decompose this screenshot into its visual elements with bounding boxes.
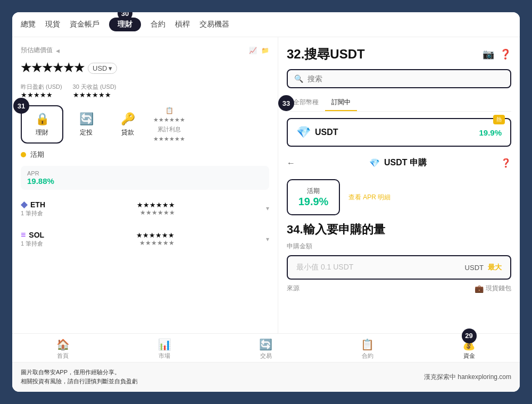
usdt-icon: 💎 bbox=[296, 125, 311, 139]
top-nav: 總覽 現貨 資金帳戶 理財 30 合約 槓桿 交易機器 bbox=[12, 12, 520, 37]
hot-badge: 熱 bbox=[493, 115, 505, 124]
flexible-box[interactable]: 活期 19.9% bbox=[287, 179, 340, 215]
nav-robot[interactable]: 交易機器 bbox=[200, 20, 229, 29]
wallet-row: 💼 現貨錢包 bbox=[475, 284, 511, 293]
apr-section: APR 19.88% bbox=[21, 166, 269, 190]
currency-badge[interactable]: USD ▾ bbox=[88, 63, 117, 74]
sol-chevron: ▾ bbox=[266, 235, 269, 243]
usdt-row[interactable]: 💎 USDT 19.9% 熱 bbox=[287, 118, 511, 147]
finance-label: 理財 bbox=[36, 128, 48, 137]
trade-nav-label: 交易 bbox=[260, 352, 272, 360]
step34-section: 34.輸入要申購的量 申購金額 最小值 0.1 USDT USDT 最大 來源 … bbox=[287, 222, 511, 293]
nav-wallet[interactable]: 資金帳戶 bbox=[70, 20, 99, 29]
eth-name: ◆ ETH bbox=[21, 199, 45, 209]
eth-icon: ◆ bbox=[21, 199, 27, 209]
loan-icon: 🔑 bbox=[121, 112, 135, 126]
trade-icon: 📋 bbox=[165, 107, 173, 114]
sol-stars2: ★★★★★★ bbox=[136, 239, 174, 247]
days30-val: ★★★★★★ bbox=[73, 91, 117, 99]
chart-icon[interactable]: 📈 bbox=[249, 47, 257, 54]
active-dot bbox=[21, 152, 26, 157]
market-label: 市場 bbox=[159, 352, 170, 360]
contract-nav-icon: 📋 bbox=[361, 338, 374, 351]
loan-btn[interactable]: 🔑 貸款 bbox=[109, 105, 146, 144]
eth-right: ★★★★★★ ★★★★★★ bbox=[137, 201, 175, 216]
subscribe-title: 💎 USDT 申購 bbox=[369, 157, 427, 169]
source-label: 來源 bbox=[287, 284, 300, 293]
right-icons: 📷 ❓ bbox=[483, 48, 511, 60]
subscribe-usdt-icon: 💎 bbox=[369, 158, 380, 168]
step-badge-33: 33 bbox=[278, 95, 294, 111]
amount-input-box[interactable]: 最小值 0.1 USDT USDT 最大 bbox=[287, 255, 511, 280]
regular-invest-btn[interactable]: 🔄 定投 bbox=[68, 105, 105, 144]
sol-name: ≡ SOL bbox=[21, 230, 44, 240]
bottom-nav-market[interactable]: 📊 市場 bbox=[158, 338, 171, 360]
footer-disclaimer: 圖片取自幣安APP，僅用作經驗分享。 相關投資有風險，請自行謹慎判斷並自負盈虧 … bbox=[12, 362, 520, 392]
back-arrow[interactable]: ← bbox=[287, 158, 295, 168]
bottom-nav-fund[interactable]: 29 💰 資金 bbox=[462, 338, 476, 360]
flexible-rate: 19.9% bbox=[298, 196, 329, 208]
question-icon[interactable]: ❓ bbox=[500, 48, 511, 60]
eth-asset-row: ◆ ETH 1 筆持倉 ★★★★★★ ★★★★★★ ▾ bbox=[21, 196, 269, 221]
nav-finance[interactable]: 理財 30 bbox=[109, 18, 141, 31]
balance-stars: ★★★★★★ bbox=[21, 61, 85, 75]
subscribe-header: ← 💎 USDT 申購 ❓ bbox=[287, 153, 511, 173]
apr-label: APR bbox=[27, 170, 263, 176]
tabs-row: 全部幣種 訂閱中 bbox=[287, 95, 511, 112]
subscribe-question-icon[interactable]: ❓ bbox=[501, 158, 511, 168]
bottom-nav-trade[interactable]: 🔄 交易 bbox=[259, 338, 272, 360]
eth-sub: 1 筆持倉 bbox=[21, 209, 45, 217]
icon-menu-row: 🔒 理財 🔄 定投 🔑 貸款 📋 ★★★★★★ 累計利息 bbox=[21, 105, 269, 144]
estimated-label-row: 預估總價值 ◂ 📈 📁 bbox=[21, 46, 269, 55]
wallet-label: 現貨錢包 bbox=[486, 284, 511, 293]
settings-icon[interactable]: 📁 bbox=[261, 47, 269, 54]
search-input[interactable] bbox=[307, 74, 504, 83]
disclaimer-line1: 圖片取自幣安APP，僅用作經驗分享。 bbox=[21, 369, 120, 375]
step-badge-29: 29 bbox=[462, 329, 477, 343]
sol-stars: ★★★★★★ bbox=[136, 231, 174, 239]
nav-contract[interactable]: 合約 bbox=[151, 20, 165, 29]
amount-right: USDT 最大 bbox=[465, 263, 502, 272]
bottom-nav: 🏠 首頁 📊 市場 🔄 交易 📋 合約 29 💰 資金 bbox=[12, 333, 520, 362]
trade-nav-icon: 🔄 bbox=[259, 338, 272, 351]
yesterday-stat: 昨日盈虧 (USD) ★★★★★ bbox=[21, 81, 62, 99]
yesterday-val: ★★★★★ bbox=[21, 91, 62, 99]
nav-leverage[interactable]: 槓桿 bbox=[175, 20, 190, 29]
disclaimer-text: 圖片取自幣安APP，僅用作經驗分享。 相關投資有風險，請自行謹慎判斷並自負盈虧 bbox=[21, 368, 138, 386]
tab-subscribed[interactable]: 訂閱中 bbox=[325, 95, 357, 111]
subscribe-amount-label: 申購金額 bbox=[287, 242, 511, 251]
disclaimer-link[interactable]: 漢克探索中 hankexploring.com bbox=[424, 373, 511, 382]
yesterday-label: 昨日盈虧 (USD) bbox=[21, 83, 62, 90]
eth-stars: ★★★★★★ bbox=[137, 201, 175, 209]
active-label: 活期 bbox=[30, 150, 44, 159]
apr-detail-link[interactable]: 查看 APR 明細 bbox=[348, 193, 390, 202]
max-btn[interactable]: 最大 bbox=[488, 263, 502, 272]
eth-chevron: ▾ bbox=[266, 205, 269, 212]
apr-val: 19.88% bbox=[27, 176, 263, 186]
search-box[interactable]: 🔍 bbox=[287, 69, 511, 88]
step-badge-31: 31 bbox=[13, 98, 29, 114]
estimated-label-text: 預估總價值 bbox=[21, 46, 53, 55]
disclaimer-line2: 相關投資有風險，請自行謹慎判斷並自負盈虧 bbox=[21, 378, 138, 384]
camera-icon[interactable]: 📷 bbox=[483, 48, 494, 60]
tabs-container: 33 全部幣種 訂閱中 bbox=[287, 95, 511, 112]
right-header: 32.搜尋USDT 📷 ❓ bbox=[287, 46, 511, 63]
source-row: 來源 💼 現貨錢包 bbox=[287, 284, 511, 293]
home-icon: 🏠 bbox=[56, 338, 70, 351]
app-container: 總覽 現貨 資金帳戶 理財 30 合約 槓桿 交易機器 預估總價值 ◂ 📈 📁 bbox=[11, 11, 521, 393]
hide-icon[interactable]: ◂ bbox=[56, 46, 60, 55]
sol-info: ≡ SOL 1 筆持倉 bbox=[21, 230, 44, 248]
right-panel: 32.搜尋USDT 📷 ❓ 🔍 33 全部幣種 訂閱中 bbox=[278, 37, 520, 333]
trade-label: 累計利息 bbox=[157, 125, 181, 133]
bottom-nav-contract[interactable]: 📋 合約 bbox=[361, 338, 374, 360]
market-icon: 📊 bbox=[158, 338, 171, 351]
bottom-nav-home[interactable]: 🏠 首頁 bbox=[56, 338, 70, 360]
home-label: 首頁 bbox=[57, 352, 69, 360]
trade-btn[interactable]: 📋 ★★★★★★ 累計利息 ★★★★★★ bbox=[151, 105, 188, 144]
nav-overview[interactable]: 總覽 bbox=[21, 20, 36, 29]
fund-nav-label: 資金 bbox=[463, 352, 475, 360]
icon-menu-outer: 31 🔒 理財 🔄 定投 🔑 貸款 📋 bbox=[21, 105, 269, 144]
sol-right: ★★★★★★ ★★★★★★ bbox=[136, 231, 174, 247]
nav-spot[interactable]: 現貨 bbox=[45, 20, 60, 29]
eth-info: ◆ ETH 1 筆持倉 bbox=[21, 199, 45, 217]
